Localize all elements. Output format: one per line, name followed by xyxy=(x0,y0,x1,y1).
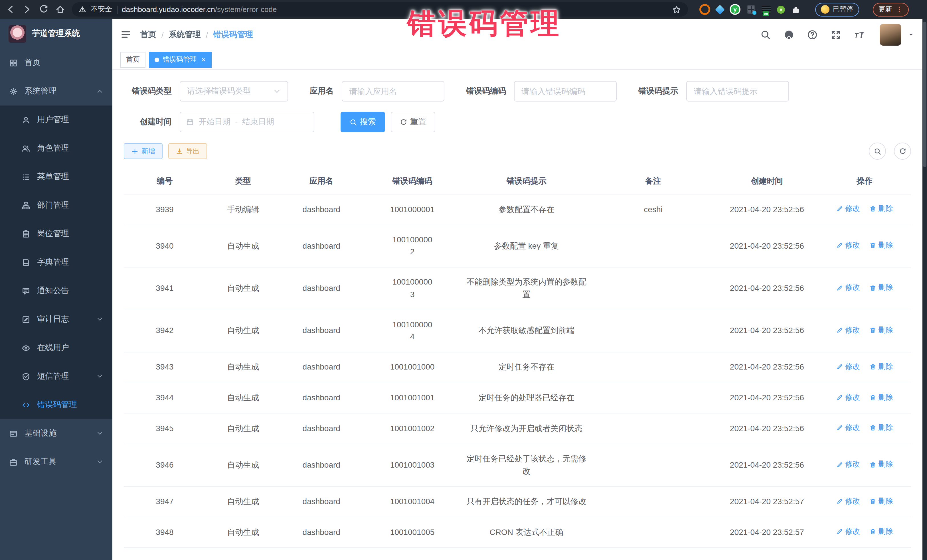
cell-app: dashboard xyxy=(280,352,362,383)
extension-icon-blue-gem[interactable] xyxy=(715,5,725,14)
delete-link[interactable]: 删除 xyxy=(869,459,893,470)
date-range-picker[interactable]: 开始日期 - 结束日期 xyxy=(180,112,314,132)
add-button[interactable]: 新增 xyxy=(124,143,163,159)
refresh-table-button[interactable] xyxy=(894,143,911,160)
edit-link[interactable]: 修改 xyxy=(836,325,860,336)
sidebar-item-label: 基础设施 xyxy=(24,428,56,439)
cell-time: 2021-04-20 23:52:56 xyxy=(716,194,818,225)
cell-id: 3945 xyxy=(124,413,206,444)
toggle-search-button[interactable] xyxy=(869,143,886,160)
header-search-icon[interactable] xyxy=(760,29,771,39)
extensions-puzzle-icon[interactable] xyxy=(791,5,800,14)
sidebar-item-menu[interactable]: 菜单管理 xyxy=(0,162,112,191)
browser-menu-icon[interactable] xyxy=(896,6,903,13)
sidebar-item-user[interactable]: 用户管理 xyxy=(0,106,112,134)
edit-link[interactable]: 修改 xyxy=(836,282,860,293)
extension-icon-orange-ring[interactable] xyxy=(699,4,710,15)
cell-id: 3944 xyxy=(124,382,206,413)
sidebar-item-online[interactable]: 在线用户 xyxy=(0,334,112,362)
delete-link[interactable]: 删除 xyxy=(869,203,893,214)
tag-error-code[interactable]: 错误码管理 × xyxy=(149,52,211,68)
browser-home-icon[interactable] xyxy=(55,5,65,14)
cell-type: 自动生成 xyxy=(206,225,280,267)
delete-link[interactable]: 删除 xyxy=(869,325,893,336)
col-msg: 错误码提示 xyxy=(462,169,591,194)
help-icon[interactable] xyxy=(807,29,818,39)
cell-actions: 修改删除 xyxy=(818,352,911,383)
edit-link[interactable]: 修改 xyxy=(836,392,860,403)
extension-icon-green-y[interactable]: y xyxy=(729,4,740,15)
browser-reload-icon[interactable] xyxy=(39,5,49,14)
edit-link[interactable]: 修改 xyxy=(836,361,860,372)
cell-msg: 不能删除类型为系统内置的参数配置 xyxy=(462,267,591,310)
scrollbar-thumb[interactable] xyxy=(923,22,926,167)
edit-link[interactable]: 修改 xyxy=(836,526,860,537)
pen-icon xyxy=(836,461,843,468)
edit-link[interactable]: 修改 xyxy=(836,422,860,434)
breadcrumb-item[interactable]: 系统管理 xyxy=(169,29,201,39)
delete-link[interactable]: 删除 xyxy=(869,422,893,434)
sidebar-item-post[interactable]: 岗位管理 xyxy=(0,220,112,248)
sidebar-item-tools[interactable]: 研发工具 xyxy=(0,448,112,476)
extension-icon-list-on[interactable] xyxy=(761,5,771,14)
delete-link[interactable]: 删除 xyxy=(869,526,893,537)
col-memo: 备注 xyxy=(591,169,716,194)
search-button[interactable]: 搜索 xyxy=(340,112,385,132)
sidebar-item-infra[interactable]: 基础设施 xyxy=(0,419,112,448)
sidebar-item-users[interactable]: 角色管理 xyxy=(0,134,112,162)
github-icon[interactable] xyxy=(784,29,794,39)
app-logo-row[interactable]: 芋道管理系统 xyxy=(0,19,112,49)
edit-link[interactable]: 修改 xyxy=(836,459,860,470)
filter-error-code-type: 错误码类型 请选择错误码类型 xyxy=(124,81,288,102)
font-size-icon[interactable]: TT xyxy=(854,29,864,39)
breadcrumb-separator: / xyxy=(206,30,208,39)
delete-link[interactable]: 删除 xyxy=(869,240,893,251)
user-avatar[interactable] xyxy=(880,24,901,46)
sidebar-item-dict[interactable]: 字典管理 xyxy=(0,248,112,276)
edit-link[interactable]: 修改 xyxy=(836,240,860,251)
fullscreen-icon[interactable] xyxy=(831,29,841,39)
sidebar-item-label: 在线用户 xyxy=(37,343,69,353)
error-code-input[interactable] xyxy=(514,81,617,102)
bookmark-star-icon[interactable] xyxy=(672,5,681,14)
sidebar-item-code[interactable]: 错误码管理 xyxy=(0,391,112,419)
browser-scrollbar[interactable] xyxy=(922,19,927,560)
delete-link[interactable]: 删除 xyxy=(869,392,893,403)
sidebar-item-dept[interactable]: 部门管理 xyxy=(0,191,112,220)
breadcrumb-item[interactable]: 错误码管理 xyxy=(213,29,253,39)
error-hint-input[interactable] xyxy=(686,81,789,102)
sidebar-item-sms[interactable]: 短信管理 xyxy=(0,362,112,391)
tag-close-icon[interactable]: × xyxy=(201,56,206,63)
delete-link-label: 删除 xyxy=(878,240,893,251)
col-app: 应用名 xyxy=(280,169,362,194)
edit-link[interactable]: 修改 xyxy=(836,495,860,507)
reset-button[interactable]: 重置 xyxy=(391,112,435,132)
browser-forward-icon[interactable] xyxy=(22,5,32,14)
delete-link[interactable]: 删除 xyxy=(869,282,893,293)
breadcrumb-item[interactable]: 首页 xyxy=(140,29,156,39)
active-tag-dot-icon xyxy=(155,57,159,62)
sidebar-item-dashboard[interactable]: 首页 xyxy=(0,49,112,77)
address-bar[interactable]: 不安全 dashboard.yudao.iocoder.cn/system/er… xyxy=(72,2,688,17)
cell-code: 1001001005 xyxy=(362,517,462,548)
chev-down-icon xyxy=(96,373,103,380)
delete-link[interactable]: 删除 xyxy=(869,361,893,372)
update-button[interactable]: 更新 xyxy=(873,3,909,16)
browser-back-icon[interactable] xyxy=(6,5,15,14)
sidebar-toggle-icon[interactable] xyxy=(120,29,131,40)
delete-link[interactable]: 删除 xyxy=(869,495,893,507)
sidebar-item-gear[interactable]: 系统管理 xyxy=(0,77,112,106)
error-code-type-select[interactable]: 请选择错误码类型 xyxy=(180,81,288,102)
edit-link[interactable]: 修改 xyxy=(836,203,860,214)
sidebar-item-notice[interactable]: 通知公告 xyxy=(0,276,112,305)
avatar-caret-icon[interactable] xyxy=(907,31,915,38)
paused-badge[interactable]: 已暂停 xyxy=(815,3,859,16)
tag-home[interactable]: 首页 xyxy=(120,52,146,68)
export-button[interactable]: 导出 xyxy=(168,143,207,159)
reset-button-icon xyxy=(400,118,407,126)
extension-icon-grid[interactable] xyxy=(747,5,755,14)
extension-icon-green-pin[interactable] xyxy=(777,5,785,14)
cell-memo xyxy=(591,486,716,517)
app-name-input[interactable] xyxy=(342,81,444,102)
sidebar-item-audit[interactable]: 审计日志 xyxy=(0,305,112,334)
